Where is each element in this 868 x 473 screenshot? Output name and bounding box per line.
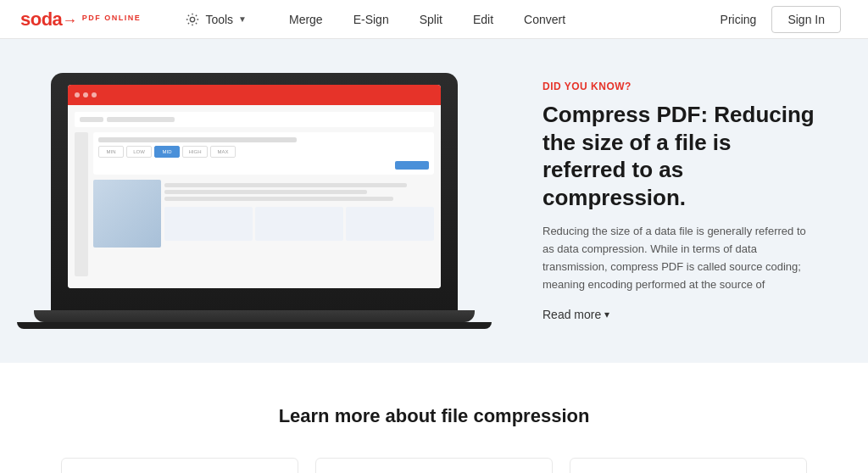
screen-option-low: LOW: [126, 146, 152, 158]
screen-sidebar: [75, 132, 88, 276]
hero-section: MIN LOW MID HIGH MAX: [0, 39, 868, 363]
laptop-base: [34, 310, 475, 322]
screen-card-1: [164, 207, 253, 241]
read-more-label: Read more: [542, 308, 601, 321]
screen-dot-2: [83, 92, 88, 97]
nav-signin[interactable]: Sign In: [771, 6, 841, 33]
nav-esign[interactable]: E-Sign: [338, 0, 404, 39]
screen-preview-text: [164, 180, 434, 248]
screen-compress-bar: MIN LOW MID HIGH MAX: [93, 132, 434, 175]
screen-text-line-3: [164, 197, 393, 201]
hero-description: Reducing the size of a data file is gene…: [542, 223, 817, 293]
tools-chevron-icon: ▼: [238, 14, 247, 24]
nav-links: Merge E-Sign Split Edit Convert: [274, 0, 705, 39]
read-more-button[interactable]: Read more ▾: [542, 308, 817, 321]
screen-toolbar-nav: [80, 117, 103, 122]
screen-option-mid: MID: [154, 146, 180, 158]
screen-dot-3: [92, 92, 97, 97]
cards-row: Reducing bits No Informat: [51, 458, 817, 473]
tools-menu-button[interactable]: Tools ▼: [175, 0, 257, 39]
screen-content-area: MIN LOW MID HIGH MAX: [75, 132, 434, 276]
screen-compress-title: [98, 137, 297, 142]
card-compression-options: Compression options: [570, 458, 807, 473]
logo-sub: PDF ONLINE: [82, 14, 142, 22]
screen-compress-options: MIN LOW MID HIGH MAX: [98, 146, 429, 158]
screen-toolbar: [75, 112, 434, 127]
screen-main: MIN LOW MID HIGH MAX: [93, 132, 434, 276]
screen-preview-image: [93, 180, 161, 248]
hero-eyebrow: DID YOU KNOW?: [542, 81, 817, 92]
screen-compress-button: [395, 161, 429, 170]
screen-header: [68, 85, 441, 105]
screen-card-2: [255, 207, 343, 241]
screen-preview: [93, 180, 434, 248]
screen-compress-btn-wrap: [98, 161, 429, 170]
card-reducing-bits: Reducing bits: [61, 458, 298, 473]
nav-edit[interactable]: Edit: [458, 0, 509, 39]
laptop-outer: MIN LOW MID HIGH MAX: [51, 73, 458, 310]
screen-dot-1: [75, 92, 80, 97]
screen-text-line-2: [164, 190, 367, 194]
tools-label: Tools: [205, 13, 233, 26]
card-no-information-loss: No Information loss: [315, 458, 553, 473]
laptop-screen: MIN LOW MID HIGH MAX: [68, 85, 441, 288]
screen-card-row: [164, 207, 434, 241]
hero-title: Compress PDF: Reducing the size of a fil…: [542, 101, 817, 211]
nav-right: Pricing Sign In: [705, 0, 848, 39]
navbar: soda→ PDF ONLINE Tools ▼ Merge E-Sign Sp…: [0, 0, 868, 39]
nav-split[interactable]: Split: [404, 0, 458, 39]
screen-text-line-1: [164, 183, 407, 187]
nav-merge[interactable]: Merge: [274, 0, 338, 39]
screen-card-3: [346, 207, 434, 241]
learn-section: Learn more about file compression: [0, 363, 868, 473]
screen-option-high: HIGH: [182, 146, 208, 158]
svg-point-0: [191, 17, 195, 21]
hero-info: DID YOU KNOW? Compress PDF: Reducing the…: [526, 81, 817, 320]
tools-gear-icon: [185, 12, 200, 27]
screen-body: MIN LOW MID HIGH MAX: [68, 105, 441, 288]
laptop-foot: [17, 322, 492, 329]
read-more-chevron-icon: ▾: [604, 309, 609, 320]
logo-text: soda→: [20, 8, 77, 31]
laptop-mockup: MIN LOW MID HIGH MAX: [51, 73, 492, 329]
logo-arrow: →: [62, 12, 77, 29]
logo[interactable]: soda→ PDF ONLINE: [20, 8, 141, 31]
screen-option-max: MAX: [210, 146, 236, 158]
screen-option-min: MIN: [98, 146, 124, 158]
screen-toolbar-url: [107, 117, 175, 122]
nav-pricing[interactable]: Pricing: [705, 0, 772, 39]
learn-title: Learn more about file compression: [51, 405, 817, 427]
nav-convert[interactable]: Convert: [509, 0, 581, 39]
